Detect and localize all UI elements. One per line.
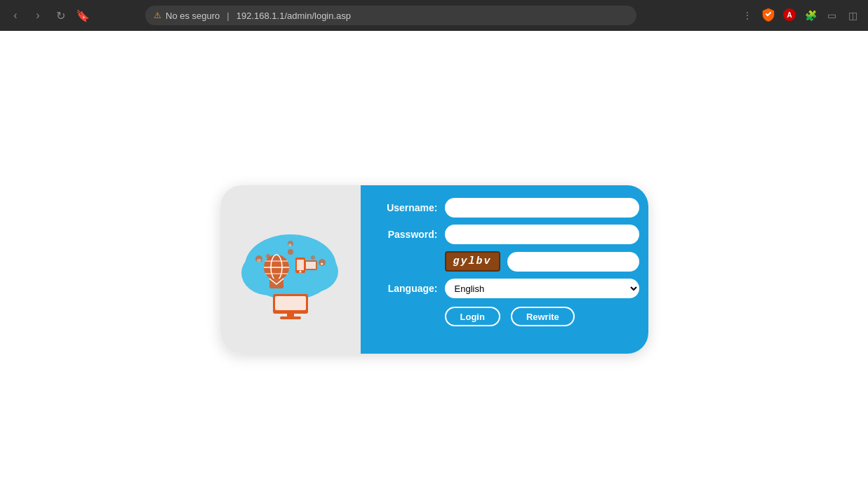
password-input[interactable] <box>445 225 639 244</box>
warning-text: No es seguro <box>166 11 220 21</box>
forward-button[interactable]: › <box>29 9 46 22</box>
url-text: 192.168.1.1/admin/login.asp <box>236 11 351 21</box>
bookmark-button[interactable]: 🔖 <box>74 9 91 22</box>
share-button[interactable]: ⋮ <box>739 10 756 21</box>
svg-point-13 <box>299 271 301 273</box>
password-row: Password: <box>378 225 639 244</box>
language-label: Language: <box>378 283 438 294</box>
svg-point-5 <box>252 258 329 300</box>
svg-rect-23 <box>280 316 301 319</box>
reload-button[interactable]: ↻ <box>52 9 69 22</box>
svg-point-17 <box>288 249 293 255</box>
sidebar-button[interactable]: ▭ <box>823 10 840 21</box>
button-row: Login Rewrite <box>378 307 639 326</box>
login-button[interactable]: Login <box>445 307 500 326</box>
address-bar[interactable]: ⚠ No es seguro | 192.168.1.1/admin/login… <box>145 6 636 25</box>
username-label: Username: <box>378 202 438 213</box>
browser-chrome: ‹ › ↻ 🔖 ⚠ No es seguro | 192.168.1.1/adm… <box>0 0 868 31</box>
svg-rect-15 <box>306 262 316 269</box>
login-card: @ ★ ⚙ Username: Password: gylbv <box>220 185 648 354</box>
password-label: Password: <box>378 229 438 240</box>
svg-text:@: @ <box>257 258 261 262</box>
svg-point-18 <box>266 254 270 258</box>
left-panel: @ ★ ⚙ <box>220 185 361 354</box>
username-input[interactable] <box>445 198 639 218</box>
svg-rect-12 <box>297 260 304 270</box>
brave-shield-button[interactable] <box>760 8 777 24</box>
adblock-button[interactable]: A <box>781 8 798 24</box>
back-button[interactable]: ‹ <box>7 9 24 22</box>
page-content: @ ★ ⚙ Username: Password: gylbv <box>0 31 868 480</box>
captcha-row: gylbv <box>378 251 639 272</box>
svg-text:★: ★ <box>320 262 323 266</box>
right-panel: Username: Password: gylbv Language: Engl… <box>361 185 648 354</box>
svg-rect-21 <box>275 296 306 310</box>
username-row: Username: <box>378 198 639 218</box>
captcha-input[interactable] <box>507 252 639 272</box>
rewrite-button[interactable]: Rewrite <box>511 307 575 326</box>
url-separator: | <box>227 11 229 21</box>
language-select[interactable]: English Chinese Spanish French German <box>445 279 639 298</box>
leo-button[interactable]: ◫ <box>844 10 861 21</box>
browser-actions: ⋮ A 🧩 ▭ ◫ <box>739 8 861 24</box>
captcha-image: gylbv <box>445 251 500 272</box>
language-row: Language: English Chinese Spanish French… <box>378 279 639 298</box>
cloud-illustration: @ ★ ⚙ <box>234 217 347 322</box>
svg-text:A: A <box>787 11 792 19</box>
svg-point-19 <box>311 255 315 260</box>
warning-icon: ⚠ <box>154 11 161 20</box>
extensions-button[interactable]: 🧩 <box>802 10 819 21</box>
